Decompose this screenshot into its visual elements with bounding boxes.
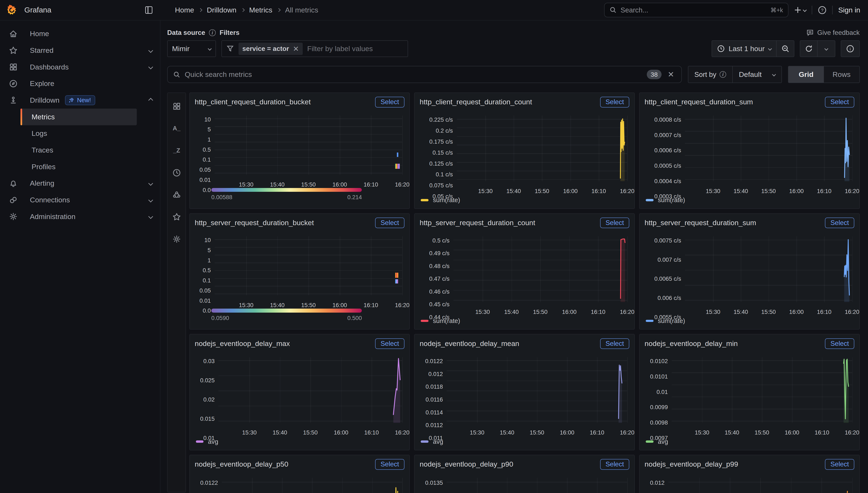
line-series [447, 478, 627, 493]
y-axis-tick: 0.01 [195, 435, 214, 442]
x-axis-tick: 16:00 [333, 302, 347, 308]
panel-legend: avg [195, 436, 404, 447]
sort-az-icon[interactable]: A_ [172, 124, 181, 133]
global-search-input[interactable]: Search... ⌘+k [604, 3, 789, 17]
add-new-button[interactable] [794, 6, 806, 14]
sidebar-item-traces[interactable]: Traces [21, 142, 137, 158]
dock-menu-button[interactable] [143, 4, 155, 16]
select-button[interactable]: Select [825, 459, 854, 470]
y-axis-tick: 0.46 c/s [420, 288, 450, 295]
chevron-down-icon [824, 47, 828, 51]
plot-area [447, 357, 627, 423]
sidebar-item-dashboards[interactable]: Dashboards [0, 59, 160, 76]
panel-header: nodejs_eventloop_delay_p99 Select [645, 459, 854, 473]
breadcrumb-home[interactable]: Home [175, 6, 194, 14]
panel-chart[interactable]: 0.0075 c/s0.007 c/s0.0065 c/s0.006 c/s0.… [645, 232, 854, 315]
refresh-interval-dropdown[interactable] [818, 40, 835, 57]
sidebar-item-starred[interactable]: Starred [0, 42, 160, 59]
y-axis-tick: 0.0099 [645, 404, 668, 411]
select-button[interactable]: Select [600, 338, 630, 349]
select-button[interactable]: Select [375, 97, 405, 107]
rocket-icon [68, 97, 74, 103]
star-icon [9, 46, 18, 55]
sidebar-item-alerting[interactable]: Alerting [0, 175, 160, 192]
select-button[interactable]: Select [375, 338, 405, 349]
breadcrumb-drilldown[interactable]: Drilldown [207, 6, 236, 14]
select-button[interactable]: Select [375, 459, 405, 470]
sidebar-item-home[interactable]: Home [0, 25, 160, 42]
filter-chip-label: service = actor [242, 45, 289, 52]
panel-chart[interactable]: 0.013515:3015:4015:5016:0016:1016:20 [420, 473, 629, 493]
select-button[interactable]: Select [825, 97, 854, 107]
refresh-button[interactable] [800, 40, 818, 57]
sidebar-item-logs[interactable]: Logs [21, 125, 137, 142]
panel-colorbar: 0.0590 0.500 [195, 308, 404, 326]
select-button[interactable]: Select [825, 338, 854, 349]
panel-chart[interactable]: 0.01215:3015:4015:5016:0016:1016:20 [645, 473, 854, 493]
zoom-out-button[interactable] [777, 40, 794, 57]
gridline-v [627, 357, 628, 423]
sidebar-item-drilldown[interactable]: DrilldownNew! [0, 92, 160, 109]
panel-chart[interactable]: 0.01020.01010.010.00990.00980.009715:301… [645, 353, 854, 436]
line-series [219, 357, 402, 423]
heatmap-cell [398, 164, 400, 169]
filter-chip[interactable]: service = actor ✕ [238, 43, 303, 55]
select-button[interactable]: Select [825, 218, 854, 228]
info-button[interactable]: i [841, 40, 860, 57]
panel-chart[interactable]: 0.01220.01215:3015:4015:5016:0016:1016:2… [195, 473, 404, 493]
sort-za-icon[interactable]: _Z [172, 146, 181, 155]
data-source-select[interactable]: Mimir [167, 40, 216, 57]
panel-title: http_client_request_duration_count [420, 97, 532, 106]
sign-in-button[interactable]: Sign in [838, 6, 860, 14]
sidebar-item-connections[interactable]: Connections [0, 192, 160, 208]
clear-search-icon[interactable]: ✕ [666, 70, 676, 79]
x-axis-tick: 16:00 [334, 429, 348, 436]
sidebar-nav: HomeStarredDashboardsExploreDrilldownNew… [0, 21, 160, 493]
sort-by-label: Sort by [694, 70, 716, 79]
select-button[interactable]: Select [600, 218, 630, 228]
sort-select[interactable]: Default [733, 66, 781, 83]
sidebar-item-label: Administration [30, 213, 75, 221]
panel-chart[interactable]: 10510.50.10.050.010.015:3015:4015:5016:0… [195, 232, 404, 308]
users-icon[interactable] [172, 190, 181, 199]
line-series [668, 478, 852, 493]
quick-search-input[interactable]: Quick search metrics 38 ✕ [167, 66, 682, 83]
gear-icon[interactable] [172, 235, 181, 243]
label-filter-input[interactable]: service = actor ✕ Filter by label values [222, 40, 408, 57]
panel-chart[interactable]: 0.225 c/s0.2 c/s0.175 c/s0.15 c/s0.125 c… [420, 111, 629, 195]
layout-grid-icon[interactable] [172, 102, 181, 111]
time-range-picker[interactable]: Last 1 hour [712, 40, 777, 57]
x-axis-tick: 16:20 [395, 302, 410, 308]
panel-chart[interactable]: 0.0008 c/s0.0007 c/s0.0006 c/s0.0005 c/s… [645, 111, 854, 195]
gear-icon [172, 235, 181, 243]
panel-chart[interactable]: 0.5 c/s0.49 c/s0.48 c/s0.47 c/s0.46 c/s0… [420, 232, 629, 315]
select-button[interactable]: Select [600, 97, 630, 107]
sidebar-item-profiles[interactable]: Profiles [21, 158, 137, 175]
compass-icon-wrap [9, 79, 18, 88]
y-axis-tick: 0.0006 c/s [645, 147, 681, 154]
y-axis-tick: 0.075 c/s [420, 182, 453, 189]
x-axis-tick: 15:40 [725, 429, 739, 436]
line-series [453, 236, 627, 302]
x-axis-tick: 16:10 [815, 429, 829, 436]
give-feedback-link[interactable]: Give feedback [806, 29, 860, 37]
panel-chart[interactable]: 10510.50.10.050.010.015:3015:4015:5016:0… [195, 111, 404, 188]
sort-by-label-wrap: Sort by i [688, 66, 733, 83]
view-grid-option[interactable]: Grid [789, 66, 824, 83]
sidebar-item-label: Profiles [31, 163, 55, 171]
breadcrumb-metrics[interactable]: Metrics [249, 6, 272, 14]
x-axis-tick: 15:30 [239, 302, 253, 308]
sidebar-item-explore[interactable]: Explore [0, 76, 160, 92]
gridline-v [309, 115, 309, 174]
panel-chart[interactable]: 0.030.0250.020.0150.0115:3015:4015:5016:… [195, 353, 404, 436]
sidebar-item-administration[interactable]: Administration [0, 208, 160, 225]
remove-filter-icon[interactable]: ✕ [293, 45, 299, 53]
select-button[interactable]: Select [375, 218, 405, 228]
view-rows-option[interactable]: Rows [824, 66, 859, 83]
panel-chart[interactable]: 0.01220.0120.01180.01160.01140.01120.011… [420, 353, 629, 436]
star-icon[interactable] [172, 213, 181, 221]
sidebar-item-metrics[interactable]: Metrics [21, 109, 137, 125]
help-button[interactable]: ? [818, 6, 827, 15]
clock-icon[interactable] [172, 168, 181, 177]
select-button[interactable]: Select [600, 459, 630, 470]
